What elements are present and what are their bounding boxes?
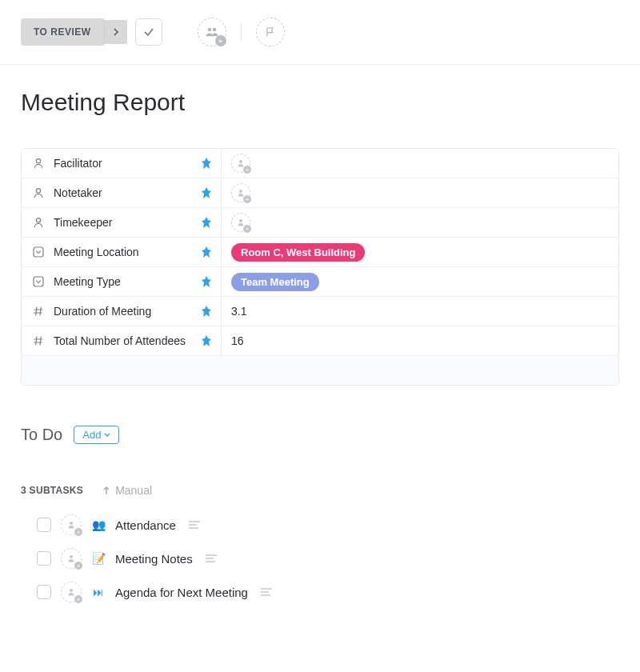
field-label-cell[interactable]: Meeting Type xyxy=(22,267,222,296)
field-row: Facilitator+ xyxy=(22,149,618,178)
assignee-add-button[interactable]: + xyxy=(198,18,226,46)
assign-person-button[interactable]: + xyxy=(231,183,250,202)
svg-point-3 xyxy=(239,160,242,163)
field-name: Meeting Type xyxy=(54,275,194,288)
chevron-down-icon xyxy=(104,433,110,438)
svg-point-18 xyxy=(70,589,73,592)
subtask-checkbox[interactable] xyxy=(37,518,51,532)
subtask-checkbox[interactable] xyxy=(37,585,51,599)
field-type-icon xyxy=(31,186,46,200)
complete-button[interactable] xyxy=(135,18,162,46)
svg-point-6 xyxy=(36,218,40,222)
status-label: TO REVIEW xyxy=(21,18,104,46)
field-name: Facilitator xyxy=(54,157,194,170)
plus-icon: + xyxy=(74,595,82,603)
field-value-cell[interactable]: Room C, West Building xyxy=(222,238,618,266)
field-value-cell[interactable]: + xyxy=(222,178,618,207)
sort-button[interactable]: Manual xyxy=(102,484,152,497)
arrow-up-icon xyxy=(102,486,110,495)
subtask-name: Agenda for Next Meeting xyxy=(115,586,248,599)
field-name: Meeting Location xyxy=(54,246,194,258)
svg-rect-8 xyxy=(34,247,43,257)
subtask-row[interactable]: +👥Attendance xyxy=(0,508,640,542)
svg-point-0 xyxy=(207,28,211,32)
flag-icon xyxy=(265,26,276,38)
subtask-checkbox[interactable] xyxy=(37,551,51,566)
pin-icon[interactable] xyxy=(202,306,211,317)
svg-rect-9 xyxy=(34,277,43,286)
field-row: Duration of Meeting3.1 xyxy=(22,297,618,326)
pin-icon[interactable] xyxy=(202,158,211,169)
assign-person-button[interactable]: + xyxy=(61,548,82,569)
subtasks-count: 3 SUBTASKS xyxy=(21,485,83,496)
field-name: Timekeeper xyxy=(54,216,194,229)
description-icon xyxy=(189,521,200,529)
pin-icon[interactable] xyxy=(202,335,211,346)
check-icon xyxy=(143,26,154,38)
field-row: Timekeeper+ xyxy=(22,208,618,238)
field-value-text: 16 xyxy=(231,334,244,347)
svg-point-7 xyxy=(239,219,242,222)
plus-icon: + xyxy=(74,528,82,536)
pin-icon[interactable] xyxy=(202,217,211,228)
field-type-icon xyxy=(31,245,46,259)
plus-icon: + xyxy=(243,195,251,203)
field-value-cell[interactable]: + xyxy=(222,208,618,237)
custom-fields-table: Facilitator+Notetaker+Timekeeper+Meeting… xyxy=(21,148,619,386)
field-row: Notetaker+ xyxy=(22,178,618,208)
field-label-cell[interactable]: Timekeeper xyxy=(22,208,222,237)
field-name: Duration of Meeting xyxy=(54,305,194,318)
subtask-name: Attendance xyxy=(115,518,176,532)
svg-point-14 xyxy=(70,555,73,558)
field-value-text: 3.1 xyxy=(231,305,246,318)
assign-person-button[interactable]: + xyxy=(61,514,82,535)
subtask-row[interactable]: +⏭Agenda for Next Meeting xyxy=(0,575,640,609)
field-label-cell[interactable]: Total Number of Attendees xyxy=(22,326,222,355)
status-next-icon[interactable] xyxy=(104,20,127,44)
field-type-icon xyxy=(31,156,46,170)
plus-icon: + xyxy=(243,166,251,174)
field-label-cell[interactable]: Facilitator xyxy=(22,149,222,178)
assign-person-button[interactable]: + xyxy=(231,154,250,173)
svg-point-1 xyxy=(212,28,216,32)
subtask-emoji-icon: ⏭ xyxy=(91,585,106,599)
plus-icon: + xyxy=(74,562,82,570)
field-label-cell[interactable]: Meeting Location xyxy=(22,238,222,266)
field-value-cell[interactable]: 3.1 xyxy=(222,297,618,326)
pin-icon[interactable] xyxy=(202,246,211,258)
field-value-cell[interactable]: Team Meeting xyxy=(222,267,618,296)
field-type-icon xyxy=(31,334,46,348)
subtask-emoji-icon: 📝 xyxy=(91,551,106,566)
todo-title: To Do xyxy=(21,426,62,444)
tag[interactable]: Team Meeting xyxy=(231,273,319,291)
assign-person-button[interactable]: + xyxy=(231,213,250,232)
status-pill[interactable]: TO REVIEW xyxy=(21,18,127,46)
field-type-icon xyxy=(31,304,46,318)
page-title: Meeting Report xyxy=(0,65,640,132)
subtask-row[interactable]: +📝Meeting Notes xyxy=(0,542,640,575)
priority-flag-button[interactable] xyxy=(256,18,285,46)
field-name: Notetaker xyxy=(54,186,194,199)
toolbar: TO REVIEW + xyxy=(0,0,640,65)
field-type-icon xyxy=(31,215,46,230)
subtasks-list: +👥Attendance+📝Meeting Notes+⏭Agenda for … xyxy=(0,508,640,609)
assign-person-button[interactable]: + xyxy=(61,582,82,602)
add-button[interactable]: Add xyxy=(74,426,119,444)
field-value-cell[interactable]: 16 xyxy=(222,326,618,355)
field-name: Total Number of Attendees xyxy=(54,334,194,347)
field-label-cell[interactable]: Duration of Meeting xyxy=(22,297,222,326)
field-label-cell[interactable]: Notetaker xyxy=(22,178,222,207)
plus-icon: + xyxy=(215,35,226,46)
svg-point-4 xyxy=(36,189,40,193)
pin-icon[interactable] xyxy=(202,187,211,198)
table-footer xyxy=(22,356,618,385)
field-value-cell[interactable]: + xyxy=(222,149,618,178)
subtask-emoji-icon: 👥 xyxy=(91,518,106,532)
description-icon xyxy=(206,554,217,562)
todo-section-header: To Do Add xyxy=(0,386,640,452)
subtasks-header: 3 SUBTASKS Manual xyxy=(0,452,640,508)
plus-icon: + xyxy=(243,225,251,233)
pin-icon[interactable] xyxy=(202,276,211,287)
tag[interactable]: Room C, West Building xyxy=(231,243,365,262)
description-icon xyxy=(261,588,272,596)
